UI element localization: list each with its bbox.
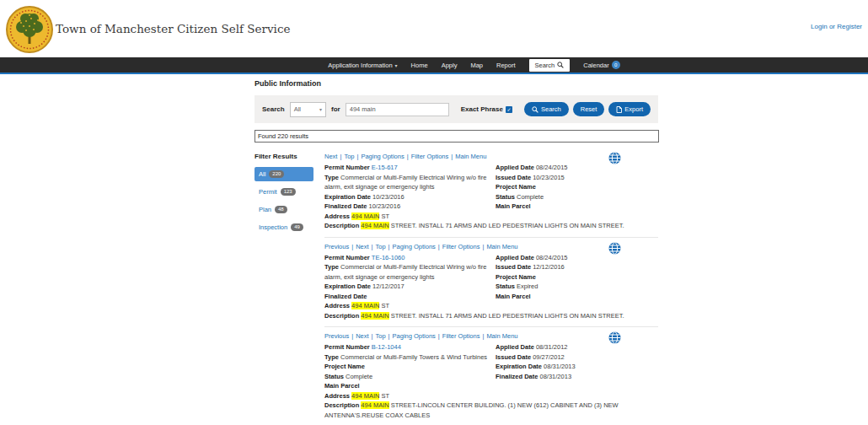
field-row: Permit Number E-15-617: [324, 163, 496, 173]
nav-item-home[interactable]: Home: [411, 62, 428, 69]
field-value: 12/12/2016: [533, 263, 565, 271]
filter-count-badge: 48: [275, 206, 287, 213]
filter-item-label: Plan: [259, 206, 271, 213]
field-row: Type Commercial or Multi-Family Towers &…: [324, 352, 496, 363]
result-link-previous[interactable]: Previous: [324, 332, 349, 340]
site-title: Town of Manchester Citizen Self Service: [56, 22, 290, 35]
nav-item-report[interactable]: Report: [496, 62, 516, 69]
filter-sidebar: Filter Results All220Permit123Plan48Insp…: [255, 148, 324, 425]
field-label: Permit Number: [324, 164, 372, 171]
filter-item-plan[interactable]: Plan48: [255, 202, 313, 217]
field-label: Expiration Date: [324, 282, 372, 290]
field-value: ST: [379, 302, 389, 309]
result-link-filter-options[interactable]: Filter Options: [411, 153, 449, 160]
filter-item-all[interactable]: All220: [255, 167, 313, 181]
field-value: Expired: [517, 282, 538, 290]
filter-item-inspection[interactable]: Inspection49: [255, 220, 313, 234]
result-link-top[interactable]: Top: [344, 153, 354, 160]
field-value: 08/24/2015: [536, 254, 568, 261]
field-row: Applied Date 08/31/2012: [496, 342, 658, 352]
field-row: Expiration Date 12/12/2017: [324, 282, 496, 292]
export-button[interactable]: Export: [608, 102, 651, 116]
reset-button[interactable]: Reset: [573, 102, 605, 116]
navbar: Application Information▾HomeApplyMapRepo…: [0, 57, 868, 74]
field-row: Permit Number B-12-1044: [324, 342, 496, 352]
result-link-next[interactable]: Next: [324, 153, 337, 160]
search-term-highlight: 494 MAIN: [361, 401, 388, 409]
login-register-link[interactable]: Login or Register: [811, 23, 862, 30]
result-link-filter-options[interactable]: Filter Options: [442, 243, 480, 250]
nav-item-application-information[interactable]: Application Information▾: [328, 62, 397, 69]
filter-count-badge: 49: [291, 223, 303, 231]
result-link-next[interactable]: Next: [356, 243, 368, 250]
result-link-main-menu[interactable]: Main Menu: [486, 243, 517, 250]
field-label: Address: [324, 212, 351, 220]
nav-item-search[interactable]: Search: [529, 59, 571, 72]
field-label: Permit Number: [324, 343, 372, 351]
search-term-highlight: 494 MAIN: [351, 302, 379, 309]
field-label: Expiration Date: [324, 193, 372, 201]
field-row: Project Name: [324, 362, 496, 372]
result-link-top[interactable]: Top: [376, 243, 386, 250]
permit-number-link[interactable]: TE-16-1060: [372, 254, 405, 261]
filter-item-permit[interactable]: Permit123: [255, 185, 313, 199]
result-link-previous[interactable]: Previous: [324, 243, 349, 250]
field-row: Permit Number TE-16-1060: [324, 253, 496, 263]
exact-phrase-checkbox[interactable]: ✓: [506, 106, 512, 113]
search-label: Search: [262, 105, 285, 113]
field-row: Main Parcel: [324, 381, 496, 391]
result-link-top[interactable]: Top: [376, 332, 386, 340]
search-input[interactable]: [346, 103, 449, 116]
search-term-highlight: 494 MAIN: [361, 222, 388, 229]
search-scope-select[interactable]: All ▾: [290, 102, 326, 117]
field-label: Status: [496, 282, 517, 290]
field-value: 10/23/2016: [369, 202, 401, 210]
map-globe-icon[interactable]: [608, 331, 621, 344]
permit-number-link[interactable]: B-12-1044: [372, 343, 401, 351]
field-label: Description: [324, 401, 361, 409]
nav-item-map[interactable]: Map: [470, 62, 483, 69]
result-block: Next|Top|Paging Options|Filter Options|M…: [324, 148, 658, 238]
result-link-next[interactable]: Next: [356, 332, 368, 340]
field-value: 08/31/2013: [540, 373, 572, 380]
permit-number-link[interactable]: E-15-617: [372, 164, 398, 171]
link-separator: |: [482, 332, 484, 340]
link-separator: |: [372, 332, 373, 340]
search-button[interactable]: Search: [524, 102, 569, 116]
link-separator: |: [482, 243, 484, 250]
result-link-paging-options[interactable]: Paging Options: [393, 332, 436, 340]
nav-item-apply[interactable]: Apply: [442, 62, 458, 69]
field-row: Status Expired: [496, 282, 658, 292]
map-globe-icon[interactable]: [608, 152, 621, 164]
result-link-main-menu[interactable]: Main Menu: [455, 153, 486, 160]
search-term-highlight: 494 MAIN: [351, 212, 379, 220]
file-icon: [616, 106, 622, 113]
field-label: Type: [324, 263, 340, 271]
filter-count-badge: 123: [281, 188, 296, 196]
link-separator: |: [372, 243, 373, 250]
result-link-paging-options[interactable]: Paging Options: [361, 153, 404, 160]
field-label: Project Name: [496, 183, 536, 191]
field-row: Finalized Date: [324, 292, 496, 302]
field-value: 09/27/2012: [533, 353, 565, 361]
result-link-paging-options[interactable]: Paging Options: [393, 243, 436, 250]
map-globe-icon[interactable]: [608, 242, 621, 255]
calendar-count-badge: 0: [612, 61, 620, 69]
field-label: Project Name: [324, 363, 365, 370]
nav-item-label: Application Information: [328, 62, 392, 69]
field-label: Main Parcel: [496, 202, 531, 210]
result-link-main-menu[interactable]: Main Menu: [486, 332, 517, 340]
description-row: Description 494 MAIN STREET. INSTALL 71 …: [324, 221, 658, 231]
link-separator: |: [407, 153, 409, 160]
nav-item-calendar[interactable]: Calendar0: [583, 61, 619, 69]
field-label: Status: [496, 193, 517, 201]
field-row: Issued Date 09/27/2012: [496, 352, 658, 363]
field-value: Complete: [346, 373, 372, 380]
nav-item-label: Home: [411, 62, 428, 69]
result-link-filter-options[interactable]: Filter Options: [442, 332, 480, 340]
field-value: 08/31/2013: [544, 363, 576, 370]
chevron-down-icon: ▾: [395, 62, 398, 68]
description-row: Description 494 MAIN STREET-LINCOLN CENT…: [324, 401, 658, 420]
field-value: 10/23/2016: [372, 193, 405, 201]
field-label: Description: [324, 312, 361, 320]
